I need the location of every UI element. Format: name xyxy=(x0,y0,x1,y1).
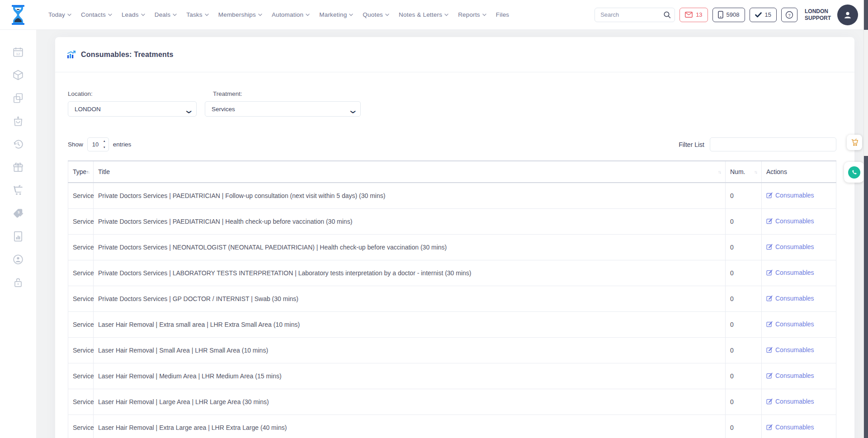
nav-item-label: Deals xyxy=(155,11,171,18)
report-icon[interactable] xyxy=(12,231,24,242)
chevron-down-icon xyxy=(205,14,209,16)
nav-item[interactable]: Memberships xyxy=(218,11,262,18)
table-row: Service Private Doctors Services | GP DO… xyxy=(68,286,836,312)
consumables-link[interactable]: Consumables xyxy=(766,192,814,199)
consumables-link[interactable]: Consumables xyxy=(766,372,814,379)
filter-list-input[interactable] xyxy=(710,137,836,151)
edit-icon xyxy=(766,218,773,224)
sort-icon[interactable]: ↑↓ xyxy=(86,170,89,174)
table-header-row: Type↑↓ Title↑↓ Num.↑↓ Actions xyxy=(68,161,836,183)
entries-label: entries xyxy=(113,141,132,148)
nav-item[interactable]: Marketing xyxy=(319,11,353,18)
global-search xyxy=(594,8,675,22)
calendar-icon[interactable]: 12 xyxy=(12,46,24,58)
show-entries: Show 10 entries xyxy=(68,137,131,151)
consumables-link[interactable]: Consumables xyxy=(766,243,814,250)
location-filter: Location: LONDON xyxy=(68,90,197,117)
sort-icon[interactable]: ↑↓ xyxy=(718,170,721,174)
nav-item[interactable]: Tasks xyxy=(186,11,209,18)
edit-icon xyxy=(766,295,773,301)
nav-item[interactable]: Reports xyxy=(458,11,486,18)
top-right-tools: 13 5908 15 ? LONDON SUPPORT xyxy=(594,5,868,25)
tasks-badge[interactable]: 15 xyxy=(750,8,777,22)
title-cell: Laser Hair Removal | Extra small area | … xyxy=(94,312,726,338)
help-icon: ? xyxy=(785,11,793,19)
type-cell: Service xyxy=(68,260,94,286)
nav-item[interactable]: Quotes xyxy=(363,11,389,18)
column-header-num[interactable]: Num.↑↓ xyxy=(726,161,762,183)
consumables-link[interactable]: Consumables xyxy=(766,217,814,225)
nav-item[interactable]: Today xyxy=(48,11,71,18)
account-sync-icon[interactable] xyxy=(12,254,24,265)
edit-icon xyxy=(766,372,773,379)
consumables-link[interactable]: Consumables xyxy=(766,398,814,405)
nav-item[interactable]: Files xyxy=(496,11,509,18)
treatment-select[interactable]: Services xyxy=(205,101,361,117)
edit-icon xyxy=(766,269,773,276)
messages-badge[interactable]: 13 xyxy=(679,8,708,22)
actions-cell: Consumables xyxy=(762,363,836,389)
floating-cart-button[interactable] xyxy=(847,135,862,150)
cart-icon[interactable] xyxy=(12,184,24,196)
consumables-link[interactable]: Consumables xyxy=(766,269,814,276)
chevron-down-icon xyxy=(444,14,448,16)
page-size-select[interactable]: 10 xyxy=(87,137,109,151)
help-button[interactable]: ? xyxy=(781,8,797,22)
nav-item[interactable]: Deals xyxy=(155,11,177,18)
nav-item[interactable]: Contacts xyxy=(81,11,112,18)
consumables-link[interactable]: Consumables xyxy=(766,424,814,431)
consumables-link[interactable]: Consumables xyxy=(766,346,814,353)
title-cell: Private Doctors Services | LABORATORY TE… xyxy=(94,260,726,286)
consumables-link[interactable]: Consumables xyxy=(766,320,814,328)
location-select[interactable]: LONDON xyxy=(68,101,197,117)
table-row: Service Laser Hair Removal | Small Area … xyxy=(68,338,836,363)
calls-badge[interactable]: 5908 xyxy=(712,8,745,22)
page-scrollbar[interactable] xyxy=(863,0,868,438)
calls-count: 5908 xyxy=(726,11,740,18)
package-icon[interactable] xyxy=(12,69,24,81)
price-tag-icon[interactable]: $ xyxy=(12,207,24,219)
nav-item-label: Automation xyxy=(272,11,303,18)
gift-icon[interactable] xyxy=(12,161,24,173)
filter-list-label: Filter List xyxy=(679,141,704,148)
column-header-title[interactable]: Title↑↓ xyxy=(94,161,726,183)
search-input[interactable] xyxy=(600,11,663,18)
consumables-link[interactable]: Consumables xyxy=(766,295,814,302)
scrollbar-thumb[interactable] xyxy=(864,156,868,438)
page-title: Consumables: Treatments xyxy=(81,51,174,59)
nav-item[interactable]: Leads xyxy=(122,11,145,18)
sort-icon[interactable]: ↑↓ xyxy=(754,170,757,174)
filter-list: Filter List xyxy=(679,137,836,151)
svg-text:$: $ xyxy=(18,210,20,214)
table-row: Service Laser Hair Removal | Medium Area… xyxy=(68,363,836,389)
actions-cell: Consumables xyxy=(762,338,836,363)
envelope-icon xyxy=(685,12,693,18)
chevron-down-icon xyxy=(258,14,262,16)
table-row: Service Laser Hair Removal | Extra Large… xyxy=(68,415,836,438)
title-cell: Laser Hair Removal | Extra Large area | … xyxy=(94,415,726,438)
nav-item-label: Memberships xyxy=(218,11,256,18)
copy-icon[interactable] xyxy=(12,92,24,104)
nav-item[interactable]: Notes & Letters xyxy=(399,11,448,18)
tasks-count: 15 xyxy=(765,11,771,18)
floating-phone-button[interactable] xyxy=(844,162,864,183)
actions-cell: Consumables xyxy=(762,235,836,260)
consumables-card: Consumables: Treatments Location: LONDON… xyxy=(55,37,854,438)
title-cell: Private Doctors Services | NEONATOLOGIST… xyxy=(94,235,726,260)
column-header-type[interactable]: Type↑↓ xyxy=(68,161,94,183)
app-logo[interactable] xyxy=(0,5,36,25)
table-row: Service Private Doctors Services | PAEDI… xyxy=(68,209,836,235)
search-icon[interactable] xyxy=(663,11,671,19)
nav-item[interactable]: Automation xyxy=(272,11,310,18)
chevron-down-icon xyxy=(108,14,112,16)
chart-icon xyxy=(67,51,76,59)
num-cell: 0 xyxy=(726,338,762,363)
shopping-bag-icon[interactable] xyxy=(12,115,24,127)
title-cell: Private Doctors Services | PAEDIATRICIAN… xyxy=(94,209,726,235)
scrollbar-thumb-top[interactable] xyxy=(864,0,868,30)
history-icon[interactable] xyxy=(12,138,24,150)
chevron-down-icon xyxy=(306,14,310,16)
treatment-filter: Treatment: Services xyxy=(205,90,361,117)
user-avatar[interactable] xyxy=(837,5,858,25)
lock-icon[interactable] xyxy=(12,277,24,288)
